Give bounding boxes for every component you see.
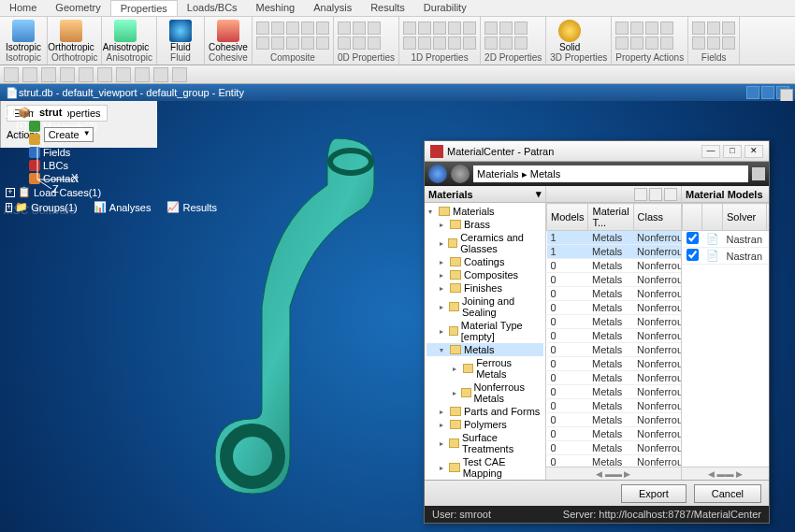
1d-tool-icon[interactable] [448, 36, 461, 50]
ribbon-tab-meshing[interactable]: Meshing [247, 0, 305, 16]
0d-tool-icon[interactable] [353, 22, 366, 35]
table-row[interactable]: 0MetalsNonferrou [547, 385, 682, 399]
horizontal-scrollbar[interactable]: ◀ ▬▬ ▶ [682, 467, 769, 480]
material-tree-item[interactable]: ▸Brass [426, 218, 543, 231]
material-tree-item[interactable]: ▸Material Type [empty] [426, 319, 543, 343]
1d-tool-icon[interactable] [463, 36, 476, 50]
composite-tool-icon[interactable] [301, 36, 314, 50]
1d-tool-icon[interactable] [463, 22, 476, 35]
cohesive-button[interactable]: Cohesive [209, 20, 248, 52]
quick-icon[interactable] [79, 67, 94, 82]
action-tool-icon[interactable] [660, 36, 673, 50]
column-header[interactable]: Material T... [588, 204, 633, 231]
material-tree-item[interactable]: ▸Composites [426, 268, 543, 281]
row-checkbox[interactable] [687, 249, 699, 261]
fields-tool-icon[interactable] [707, 22, 720, 35]
table-row[interactable]: 0MetalsNonferrou [547, 343, 682, 357]
composite-tool-icon[interactable] [301, 22, 314, 35]
nav-back-icon[interactable] [428, 165, 447, 183]
dialog-titlebar[interactable]: MaterialCenter - Patran — □ ✕ [425, 141, 769, 162]
quick-icon[interactable] [116, 67, 131, 82]
orthotropic-button[interactable]: Orthotropic [51, 20, 91, 52]
composite-tool-icon[interactable] [256, 22, 269, 35]
0d-tool-icon[interactable] [368, 36, 381, 50]
row-checkbox[interactable] [687, 232, 699, 244]
quick-icon[interactable] [41, 67, 56, 82]
column-header[interactable]: Class [633, 204, 681, 231]
table-row[interactable]: 0MetalsNonferrou [547, 441, 682, 455]
anisotropic-button[interactable]: Anisotropic [106, 20, 145, 52]
column-header[interactable] [702, 204, 723, 231]
2d-tool-icon[interactable] [514, 22, 528, 35]
refresh-icon[interactable] [752, 167, 765, 180]
0d-tool-icon[interactable] [338, 36, 351, 50]
column-header[interactable]: Solver [723, 204, 767, 231]
expand-icon[interactable]: + [17, 122, 26, 131]
action-tool-icon[interactable] [615, 22, 629, 35]
nav-forward-icon[interactable] [451, 165, 470, 183]
table-row[interactable]: 0MetalsNonferrou [547, 315, 682, 329]
composite-tool-icon[interactable] [286, 22, 299, 35]
material-tree-item[interactable]: ▸Ceramics and Glasses [426, 231, 543, 255]
ribbon-tab-analysis[interactable]: Analysis [304, 0, 361, 16]
fields-tool-icon[interactable] [722, 22, 735, 35]
view-icon[interactable] [649, 188, 662, 201]
expand-icon[interactable]: + [6, 188, 15, 197]
tree-root[interactable]: strut [34, 106, 67, 119]
2d-tool-icon[interactable] [484, 22, 498, 35]
action-tool-icon[interactable] [615, 36, 629, 50]
action-tool-icon[interactable] [630, 36, 643, 50]
material-tree-item[interactable]: ▸Test CAE Mapping [426, 455, 543, 480]
maximize-icon[interactable] [761, 86, 774, 99]
table-row[interactable]: 1MetalsNonferrou [547, 245, 682, 259]
ribbon-tab-loads/bcs[interactable]: Loads/BCs [178, 0, 247, 16]
fields-tool-icon[interactable] [692, 36, 705, 50]
table-row[interactable]: 📄NastranMAT1 [683, 248, 770, 265]
action-tool-icon[interactable] [630, 22, 643, 35]
table-row[interactable]: 1MetalsNonferrou [547, 231, 682, 245]
column-header[interactable]: Models [547, 204, 588, 231]
table-row[interactable]: 📄NastranMAT1 [683, 231, 770, 248]
table-row[interactable]: 0MetalsNonferrou [547, 287, 682, 301]
tree-analyses[interactable]: Analyses [109, 202, 152, 213]
solid-button[interactable]: Solid [550, 20, 589, 52]
view-icon[interactable] [664, 188, 677, 201]
composite-tool-icon[interactable] [316, 36, 329, 50]
ribbon-tab-geometry[interactable]: Geometry [46, 0, 109, 16]
2d-tool-icon[interactable] [484, 36, 498, 50]
1d-tool-icon[interactable] [433, 22, 446, 35]
fluid-button[interactable]: Fluid [161, 20, 200, 52]
material-tree-item[interactable]: ▸Finishes [426, 281, 543, 295]
table-row[interactable]: 0MetalsNonferrou [547, 329, 682, 343]
2d-tool-icon[interactable] [499, 36, 513, 50]
table-row[interactable]: 0MetalsNonferrou [547, 413, 682, 427]
quick-icon[interactable] [22, 67, 37, 82]
table-row[interactable]: 0MetalsNonferrou [547, 273, 682, 287]
quick-icon[interactable] [172, 67, 187, 82]
composite-tool-icon[interactable] [256, 36, 269, 50]
quick-icon[interactable] [135, 67, 150, 82]
cancel-button[interactable]: Cancel [694, 484, 761, 503]
ribbon-tab-properties[interactable]: Properties [110, 0, 178, 16]
fields-tool-icon[interactable] [722, 36, 735, 50]
ribbon-tab-home[interactable]: Home [0, 0, 46, 16]
table-row[interactable]: 0MetalsNonferrou [547, 357, 682, 371]
ribbon-tab-results[interactable]: Results [361, 0, 414, 16]
0d-tool-icon[interactable] [368, 22, 381, 35]
view-icon[interactable] [634, 188, 647, 201]
0d-tool-icon[interactable] [353, 36, 366, 50]
action-tool-icon[interactable] [645, 36, 658, 50]
horizontal-scrollbar[interactable]: ◀ ▬▬ ▶ [546, 467, 681, 480]
material-tree-item[interactable]: ▾Metals [426, 343, 543, 356]
ribbon-tab-durability[interactable]: Durability [414, 0, 476, 16]
2d-tool-icon[interactable] [499, 22, 513, 35]
maximize-icon[interactable]: □ [723, 145, 742, 158]
1d-tool-icon[interactable] [418, 22, 431, 35]
composite-tool-icon[interactable] [316, 22, 329, 35]
2d-tool-icon[interactable] [514, 36, 528, 50]
quick-icon[interactable] [60, 67, 75, 82]
column-header[interactable]: Card T [766, 204, 769, 231]
close-icon[interactable]: ✕ [744, 145, 763, 158]
composite-tool-icon[interactable] [286, 36, 299, 50]
expand-icon[interactable]: − [6, 108, 15, 117]
